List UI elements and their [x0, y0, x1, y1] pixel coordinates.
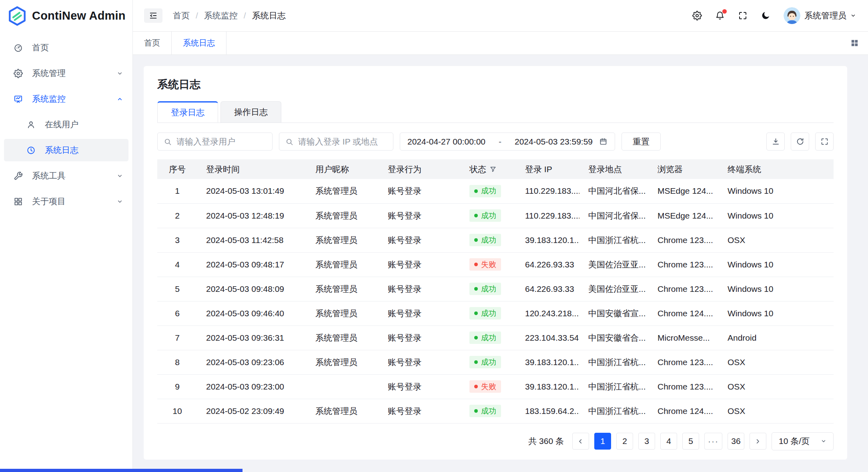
status-dot-icon	[474, 385, 478, 388]
browser: Chrome 123....	[649, 228, 719, 252]
export-button[interactable]	[766, 133, 785, 151]
sidebar-item-system-monitor[interactable]: 系统监控	[4, 88, 128, 110]
terminal-os: Windows 10	[719, 277, 834, 301]
search-input[interactable]	[298, 137, 387, 147]
table-row: 52024-05-03 09:48:09系统管理员账号登录成功64.226.93…	[157, 277, 834, 301]
main-area: 首页 / 系统监控 / 系统日志	[133, 0, 868, 472]
login-time: 2024-05-03 09:23:00	[197, 374, 307, 399]
login-action: 账号登录	[379, 179, 461, 203]
blocks-icon	[14, 197, 23, 206]
tab-operation-log[interactable]: 操作日志	[221, 101, 281, 123]
app-root: ContiNew Admin 首页 系统管理	[0, 0, 868, 472]
pagination-page-36[interactable]: 36	[728, 433, 744, 450]
page-size-select[interactable]: 10 条/页	[772, 432, 834, 450]
table-row: 62024-05-03 09:46:40系统管理员账号登录成功120.243.2…	[157, 301, 834, 325]
tab-label: 登录日志	[171, 107, 204, 118]
login-location: 美国佐治亚亚...	[579, 252, 649, 277]
dark-mode-button[interactable]	[761, 11, 770, 20]
fullscreen-button[interactable]	[738, 11, 748, 20]
refresh-icon	[796, 137, 804, 146]
date-range-picker[interactable]: 2024-04-27 00:00:00 - 2024-05-03 23:59:5…	[400, 133, 615, 151]
sidebar-item-home[interactable]: 首页	[4, 36, 128, 59]
settings-button[interactable]	[692, 11, 702, 20]
monitor-icon	[14, 94, 23, 104]
login-time: 2024-05-03 09:36:31	[197, 325, 307, 350]
table-body: 12024-05-03 13:01:49系统管理员账号登录成功110.229.1…	[157, 179, 834, 423]
clock-icon	[26, 146, 36, 155]
col-login-ip: 登录 IP	[516, 159, 579, 179]
status-cell: 失败	[461, 252, 516, 277]
system-log-card: 系统日志 登录日志 操作日志	[144, 66, 847, 460]
pagination-page-1[interactable]: 1	[594, 433, 611, 450]
table-tools	[766, 133, 834, 151]
view-tab-system-log[interactable]: 系统日志	[172, 32, 227, 54]
view-tab-home[interactable]: 首页	[133, 32, 172, 54]
login-ip: 120.243.218....	[516, 301, 579, 325]
user-nickname	[307, 374, 379, 399]
pagination-page-5[interactable]: 5	[682, 433, 699, 450]
app-logo[interactable]: ContiNew Admin	[0, 0, 132, 32]
status-badge: 成功	[469, 185, 501, 197]
tab-login-log[interactable]: 登录日志	[157, 101, 218, 123]
login-location: 中国河北省保...	[579, 179, 649, 203]
login-user-search[interactable]	[157, 133, 273, 151]
table-row: 32024-05-03 11:42:58系统管理员账号登录成功39.183.12…	[157, 228, 834, 252]
sidebar-item-system-log[interactable]: 系统日志	[4, 139, 128, 161]
status-badge: 成功	[469, 234, 501, 246]
pagination-page-4[interactable]: 4	[660, 433, 677, 450]
gear-icon	[692, 11, 702, 20]
login-action: 账号登录	[379, 252, 461, 277]
breadcrumb-item-home[interactable]: 首页	[173, 10, 190, 21]
moon-icon	[761, 11, 770, 20]
status-cell: 成功	[461, 399, 516, 423]
login-time: 2024-05-03 09:48:09	[197, 277, 307, 301]
search-icon	[285, 138, 293, 146]
login-ip-search[interactable]	[279, 133, 393, 151]
sidebar-collapse-button[interactable]	[144, 8, 162, 23]
login-action: 账号登录	[379, 374, 461, 399]
login-ip: 39.183.120.1...	[516, 350, 579, 374]
status-badge: 成功	[469, 405, 501, 417]
user-nickname: 系统管理员	[307, 399, 379, 423]
browser: MicroMesse...	[649, 325, 719, 350]
user-name: 系统管理员	[804, 10, 846, 21]
row-index: 4	[157, 252, 197, 277]
refresh-button[interactable]	[791, 133, 809, 151]
sidebar-item-about-project[interactable]: 关于项目	[4, 190, 128, 213]
page-title: 系统日志	[157, 77, 834, 92]
terminal-os: OSX	[719, 374, 834, 399]
sidebar-item-online-users[interactable]: 在线用户	[4, 113, 128, 136]
login-ip: 39.183.120.1...	[516, 228, 579, 252]
reset-button[interactable]: 重置	[621, 133, 661, 151]
breadcrumb-item-monitor[interactable]: 系统监控	[204, 10, 238, 21]
sidebar-menu: 首页 系统管理 系统监控	[0, 32, 132, 221]
pagination-prev-button[interactable]	[572, 433, 589, 450]
status-badge: 成功	[469, 283, 501, 295]
chevron-right-icon	[755, 438, 761, 444]
row-index: 6	[157, 301, 197, 325]
notifications-button[interactable]	[715, 11, 725, 20]
col-status: 状态	[461, 159, 516, 179]
gear-icon	[14, 69, 23, 78]
pagination-page-3[interactable]: 3	[638, 433, 655, 450]
user-menu[interactable]: 系统管理员	[784, 7, 856, 24]
row-index: 1	[157, 179, 197, 203]
login-action: 账号登录	[379, 325, 461, 350]
user-nickname: 系统管理员	[307, 252, 379, 277]
table-fullscreen-button[interactable]	[815, 133, 834, 151]
tab-actions-button[interactable]	[850, 38, 859, 48]
login-location: 中国浙江省杭...	[579, 228, 649, 252]
table-row: 42024-05-03 09:48:17系统管理员账号登录失败64.226.93…	[157, 252, 834, 277]
pagination-page-2[interactable]: 2	[616, 433, 633, 450]
search-input[interactable]	[176, 137, 266, 147]
row-index: 3	[157, 228, 197, 252]
pagination-next-button[interactable]	[750, 433, 766, 450]
col-location: 登录地点	[579, 159, 649, 179]
layout-grid-icon	[850, 38, 859, 48]
status-cell: 成功	[461, 350, 516, 374]
user-icon	[26, 120, 36, 129]
pagination-ellipsis[interactable]: ···	[704, 433, 722, 450]
filter-icon[interactable]	[490, 166, 496, 173]
sidebar-item-system-management[interactable]: 系统管理	[4, 62, 128, 84]
sidebar-item-system-tools[interactable]: 系统工具	[4, 165, 128, 187]
